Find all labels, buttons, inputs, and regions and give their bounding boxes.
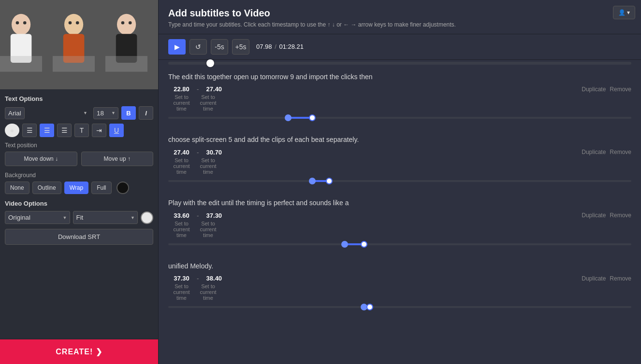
start-time-input[interactable] (168, 149, 195, 156)
slider-handle-right[interactable] (361, 241, 367, 248)
svg-point-12 (121, 21, 125, 25)
start-time-input[interactable] (168, 85, 195, 93)
slider-handle-left[interactable] (309, 178, 316, 184)
subtitle-slider[interactable] (168, 177, 631, 185)
svg-point-8 (76, 21, 79, 25)
background-row: None Outline Wrap Full (5, 182, 153, 194)
plus5-button[interactable]: +5s (232, 39, 249, 55)
color-picker[interactable]: ● (5, 124, 19, 137)
svg-rect-9 (53, 56, 95, 72)
set-end-time-button[interactable]: Set to current time (195, 94, 221, 112)
subtitle-slider[interactable] (168, 114, 631, 122)
duplicate-button[interactable]: Duplicate (582, 212, 606, 219)
video-color-picker[interactable] (141, 211, 153, 224)
underline-button[interactable]: U (109, 124, 124, 137)
video-fit-select-wrap: Fit (73, 211, 138, 224)
page-title: Add subtitles to Video (168, 8, 631, 19)
duplicate-button[interactable]: Duplicate (582, 149, 606, 155)
minus5-button[interactable]: -5s (211, 39, 228, 55)
set-end-time-button[interactable]: Set to current time (195, 283, 221, 301)
create-button[interactable]: CREATE! ❯ (0, 339, 158, 364)
end-time-input[interactable] (201, 85, 227, 93)
play-button[interactable]: ▶ (168, 39, 186, 55)
slider-handle-right[interactable] (326, 178, 333, 184)
total-time: 01:28.21 (279, 43, 304, 50)
subtitle-text: The edit this together open up tomorrow … (168, 72, 631, 82)
video-thumb-2 (53, 0, 105, 89)
video-fit-select[interactable]: Fit (73, 211, 138, 224)
main-header: Add subtitles to Video Type and time you… (159, 0, 641, 34)
remove-button[interactable]: Remove (610, 275, 631, 282)
slider-track (168, 243, 631, 245)
slider-handle-right[interactable] (366, 304, 373, 310)
video-thumb-1 (0, 0, 53, 89)
text-style-button[interactable]: T (74, 124, 89, 137)
sidebar: Text Options Arial 18 B I ● ☰ ☰ ☰ T ⇥ U (0, 0, 159, 364)
svg-point-5 (64, 14, 83, 35)
size-select-wrap: 18 (93, 107, 118, 119)
set-start-time-button[interactable]: Set to current time (168, 220, 195, 238)
subtitle-item: choose split-screen 5 and add the clips … (168, 135, 631, 185)
time-dash: - (197, 149, 199, 156)
time-display: 07.98 / 01:28.21 (256, 43, 304, 50)
move-up-button[interactable]: Move up ↑ (81, 152, 154, 166)
bg-outline-button[interactable]: Outline (32, 182, 61, 194)
bg-color-picker[interactable] (117, 182, 129, 194)
video-options-row: Original Fit (5, 211, 153, 224)
move-row: Move down ↓ Move up ↑ (5, 152, 153, 166)
svg-rect-4 (0, 56, 42, 72)
align-right-button[interactable]: ☰ (57, 124, 72, 137)
current-time: 07.98 (256, 43, 272, 50)
slider-handle-left[interactable] (341, 241, 348, 248)
remove-button[interactable]: Remove (610, 149, 631, 155)
subtitle-slider[interactable] (168, 240, 631, 248)
bg-full-button[interactable]: Full (91, 182, 111, 194)
video-original-select[interactable]: Original (5, 211, 70, 224)
svg-point-13 (129, 21, 132, 25)
bold-button[interactable]: B (121, 106, 136, 120)
align-left-button[interactable]: ☰ (22, 124, 37, 137)
end-time-input[interactable] (201, 275, 227, 282)
duplicate-button[interactable]: Duplicate (582, 86, 606, 93)
spacing-button[interactable]: ⇥ (92, 124, 106, 137)
user-menu-button[interactable]: 👤 ▾ (613, 6, 635, 19)
set-start-time-button[interactable]: Set to current time (168, 157, 195, 175)
timeline-bar[interactable] (168, 62, 631, 65)
time-separator: / (275, 43, 278, 50)
font-select[interactable]: Arial (5, 107, 25, 119)
subtitle-text: unified Melody. (168, 262, 631, 271)
slider-handle-left[interactable] (285, 114, 291, 121)
dup-rem: Duplicate Remove (582, 275, 631, 282)
end-time-input[interactable] (201, 212, 227, 219)
svg-point-0 (12, 14, 30, 35)
download-srt-button[interactable]: Download SRT (5, 229, 153, 245)
remove-button[interactable]: Remove (610, 86, 631, 93)
subtitle-timing: - Duplicate Remove (168, 275, 631, 282)
timeline-handle[interactable] (206, 59, 214, 67)
video-preview (0, 0, 158, 89)
set-start-time-button[interactable]: Set to current time (168, 283, 195, 301)
bg-none-button[interactable]: None (5, 182, 29, 194)
set-end-time-button[interactable]: Set to current time (195, 157, 221, 175)
subtitle-timing: - Duplicate Remove (168, 149, 631, 156)
end-time-input[interactable] (201, 149, 227, 156)
reset-button[interactable]: ↺ (189, 39, 207, 55)
size-select[interactable]: 18 (93, 107, 118, 119)
subtitle-slider[interactable] (168, 303, 631, 311)
start-time-input[interactable] (168, 275, 195, 282)
remove-button[interactable]: Remove (610, 212, 631, 219)
italic-button[interactable]: I (139, 106, 153, 120)
set-time-row: Set to current time Set to current time (168, 220, 631, 238)
set-start-time-button[interactable]: Set to current time (168, 94, 195, 112)
main-timeline (159, 60, 641, 69)
set-time-row: Set to current time Set to current time (168, 94, 631, 112)
set-end-time-button[interactable]: Set to current time (195, 220, 221, 238)
bg-wrap-button[interactable]: Wrap (64, 182, 88, 194)
video-options-title: Video Options (5, 200, 153, 207)
start-time-input[interactable] (168, 212, 195, 219)
align-center-button[interactable]: ☰ (40, 124, 54, 137)
slider-handle-right[interactable] (309, 114, 316, 121)
dup-rem: Duplicate Remove (582, 149, 631, 155)
move-down-button[interactable]: Move down ↓ (5, 152, 77, 166)
duplicate-button[interactable]: Duplicate (582, 275, 606, 282)
